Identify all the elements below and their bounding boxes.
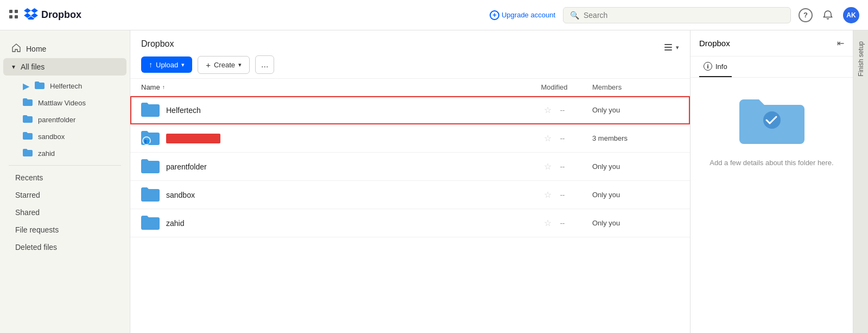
members-value-0: Only you [592, 106, 620, 114]
modified-value-2: -- [560, 162, 565, 171]
create-label: Create [214, 61, 235, 69]
sidebar-item-all-files[interactable]: ▾ All files [3, 58, 126, 76]
create-chevron-icon: ▾ [238, 61, 242, 68]
members-cell-0: Only you [592, 106, 679, 114]
info-icon: i [704, 62, 712, 71]
upgrade-text: Upgrade account [502, 11, 555, 19]
members-cell-2: Only you [592, 162, 679, 171]
folder-icon-mattlaw [23, 98, 33, 108]
svg-text:👥: 👥 [144, 138, 150, 144]
all-files-label: All files [21, 62, 45, 71]
file-table: Name ↑ Modified Members [130, 79, 690, 333]
sidebar-item-shared[interactable]: Shared [3, 204, 126, 221]
topbar-left: Dropbox [9, 8, 81, 22]
svg-rect-3 [15, 15, 18, 18]
members-value-4: Only you [592, 219, 620, 227]
right-panel-header: Dropbox ⇤ [690, 30, 853, 56]
modified-value-0: -- [560, 106, 565, 114]
sidebar-item-sandbox[interactable]: sandbox [3, 128, 126, 145]
content-area: Dropbox ▾ ↑ Upload ▾ + [130, 30, 690, 333]
sidebar-item-deleted-files[interactable]: Deleted files [3, 238, 126, 256]
create-button[interactable]: + Create ▾ [198, 56, 250, 74]
search-bar[interactable]: 🔍 [563, 7, 791, 23]
modified-cell-2: ☆ -- [516, 161, 592, 172]
modified-value-1: -- [560, 134, 565, 142]
folder-icon-row3 [141, 186, 160, 203]
sidebar-folder-icon [35, 81, 45, 91]
members-value-1: 3 members [592, 134, 628, 142]
tab-info-label: Info [715, 62, 727, 71]
table-row[interactable]: Helfertech ☆ -- Only you [130, 96, 690, 124]
upload-arrow-icon: ↑ [149, 60, 153, 69]
file-name-cell: parentfolder [141, 158, 516, 175]
more-options-button[interactable]: ... [255, 55, 274, 74]
user-avatar[interactable]: AK [843, 7, 859, 23]
folder-icon-row0 [141, 102, 160, 118]
redacted-bar [166, 134, 220, 143]
col-name-header[interactable]: Name ↑ [141, 83, 516, 91]
search-icon: 🔍 [570, 11, 579, 20]
sidebar-sandbox-label: sandbox [38, 133, 65, 141]
sidebar-divider [9, 165, 121, 166]
svg-rect-2 [9, 15, 12, 18]
svg-rect-6 [664, 49, 672, 51]
svg-rect-1 [15, 10, 18, 13]
file-name-2: parentfolder [166, 162, 207, 171]
finish-setup-panel[interactable]: Finish setup [853, 30, 868, 333]
table-row[interactable]: zahid ☆ -- Only you [130, 209, 690, 237]
sidebar-home-section: Home ▾ All files [0, 37, 130, 78]
list-view-icon [664, 43, 673, 52]
table-row[interactable]: 👥 ☆ -- 3 members [130, 124, 690, 153]
toolbar: ↑ Upload ▾ + Create ▾ ... [141, 55, 679, 74]
sidebar-item-home[interactable]: Home [3, 39, 126, 58]
upload-button[interactable]: ↑ Upload ▾ [141, 56, 192, 73]
sidebar-item-helfertech[interactable]: ▶ Helfertech [3, 78, 126, 95]
sidebar-item-starred[interactable]: Starred [3, 186, 126, 204]
notifications-icon[interactable] [820, 8, 835, 23]
right-panel-tabs: i Info [690, 56, 853, 78]
col-modified-header: Modified [516, 83, 592, 91]
members-cell-3: Only you [592, 191, 679, 199]
table-row[interactable]: sandbox ☆ -- Only you [130, 181, 690, 209]
members-cell-1: 3 members [592, 134, 679, 142]
sidebar-file-requests-label: File requests [15, 225, 59, 234]
folder-icon-row2 [141, 158, 160, 175]
table-header: Name ↑ Modified Members [130, 79, 690, 96]
topbar: Dropbox + Upgrade account 🔍 ? AK [0, 0, 868, 30]
folder-description: Add a few details about this folder here… [709, 159, 833, 167]
col-name-label: Name [141, 83, 160, 91]
view-chevron: ▾ [676, 44, 679, 51]
star-icon-1[interactable]: ☆ [544, 133, 552, 143]
sidebar-item-zahid[interactable]: zahid [3, 145, 126, 162]
search-input[interactable] [584, 11, 784, 20]
content-header: Dropbox ▾ ↑ Upload ▾ + [130, 30, 690, 79]
table-row[interactable]: parentfolder ☆ -- Only you [130, 153, 690, 181]
star-icon-0[interactable]: ☆ [544, 105, 552, 115]
right-panel-collapse-icon[interactable]: ⇤ [837, 38, 844, 48]
star-icon-2[interactable]: ☆ [544, 161, 552, 172]
view-options[interactable]: ▾ [664, 43, 679, 52]
sidebar-parentfolder-label: parentfolder [38, 116, 75, 124]
right-panel-title: Dropbox [699, 39, 730, 48]
dropbox-logo[interactable]: Dropbox [24, 8, 81, 22]
topbar-right: + Upgrade account 🔍 ? AK [490, 7, 859, 23]
sidebar-item-parentfolder[interactable]: parentfolder [3, 111, 126, 128]
file-name-4: zahid [166, 219, 184, 228]
col-members-label: Members [592, 83, 622, 91]
star-icon-3[interactable]: ☆ [544, 190, 552, 200]
tab-info[interactable]: i Info [699, 56, 732, 77]
sidebar-home-label: Home [26, 45, 46, 53]
sidebar-item-mattlaw[interactable]: Mattlaw Videos [3, 95, 126, 111]
sidebar-item-recents[interactable]: Recents [3, 169, 126, 186]
upgrade-link[interactable]: + Upgrade account [490, 10, 555, 20]
modified-value-4: -- [560, 219, 565, 227]
help-icon[interactable]: ? [799, 8, 813, 22]
sidebar-recents-label: Recents [15, 173, 43, 182]
grid-menu-icon[interactable] [9, 9, 18, 21]
sidebar-starred-label: Starred [15, 191, 40, 199]
main-layout: Home ▾ All files ▶ Helfertech Mattlaw Vi… [0, 30, 868, 333]
sidebar-item-file-requests[interactable]: File requests [3, 221, 126, 238]
folder-icon-row4 [141, 215, 160, 231]
sidebar-helfertech-label: Helfertech [50, 82, 82, 90]
star-icon-4[interactable]: ☆ [544, 218, 552, 228]
